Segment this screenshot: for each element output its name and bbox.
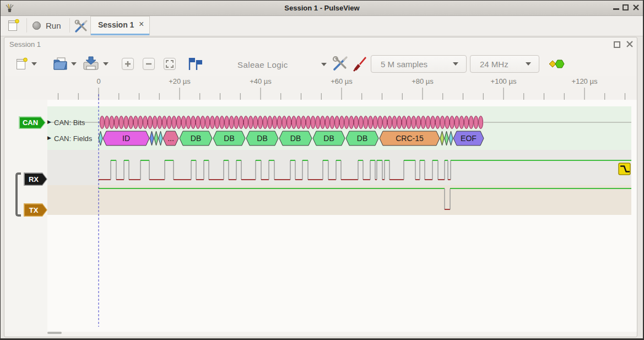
device-name: Saleae Logic xyxy=(237,60,288,69)
expand-arrow-icon[interactable]: ▶ xyxy=(47,119,51,125)
maximize-icon[interactable] xyxy=(623,4,629,10)
configure-device-icon[interactable] xyxy=(332,56,348,72)
fit-view-icon xyxy=(165,60,174,68)
ruler-tick-label: +80 µs xyxy=(412,77,434,85)
sample-rate-value: 24 MHz xyxy=(480,60,508,69)
run-label: Run xyxy=(46,21,61,30)
ruler-tick-label: +100 µs xyxy=(491,77,517,85)
toolbar-separator xyxy=(69,18,70,33)
trigger-falling-edge-badge[interactable] xyxy=(619,163,630,175)
settings-tools-icon[interactable] xyxy=(74,20,88,33)
minus-icon xyxy=(145,60,153,68)
chevron-down-icon xyxy=(453,62,458,66)
chevron-down-icon xyxy=(321,63,327,66)
session-subwindow-title: Session 1 xyxy=(9,40,41,48)
subwindow-maximize-icon[interactable] xyxy=(614,41,620,48)
ruler-tick-label: +60 µs xyxy=(331,77,353,85)
ruler-tick-label: +20 µs xyxy=(169,77,191,85)
ruler-tick-label: 0 xyxy=(96,77,100,85)
sample-count-select[interactable]: 5 M samples xyxy=(371,55,467,73)
device-selector[interactable]: Saleae Logic xyxy=(237,57,327,72)
subwindow-close-icon[interactable] xyxy=(625,40,634,48)
tab-active-indicator xyxy=(91,34,149,35)
minimize-icon[interactable] xyxy=(613,8,619,10)
ruler-tick-label: +40 µs xyxy=(250,77,272,85)
sample-rate-select[interactable]: 24 MHz xyxy=(470,55,539,73)
channel-tag-tx[interactable]: TX xyxy=(24,203,47,217)
add-decoder-icon[interactable] xyxy=(549,58,565,69)
close-icon[interactable] xyxy=(632,4,640,11)
chevron-down-icon xyxy=(526,62,531,66)
ruler-labels: 0+20 µs+40 µs+60 µs+80 µs+100 µs+120 µs xyxy=(1,75,644,87)
window-title: Session 1 - PulseView xyxy=(1,1,643,15)
channel-group-bracket[interactable] xyxy=(15,172,21,217)
channels-probe-icon[interactable] xyxy=(353,56,367,72)
toolbar-separator xyxy=(26,18,27,33)
expand-arrow-icon[interactable]: ▶ xyxy=(47,135,51,141)
save-file-icon[interactable] xyxy=(83,56,99,71)
save-file-dropdown-icon[interactable] xyxy=(103,62,109,66)
plus-icon xyxy=(124,60,132,68)
new-session-icon[interactable] xyxy=(8,19,20,32)
decoder-tag-can[interactable]: CAN xyxy=(19,116,46,129)
run-state-icon xyxy=(33,21,41,30)
zoom-in-button[interactable] xyxy=(122,58,134,70)
zoom-fit-button[interactable] xyxy=(164,58,176,70)
ruler-tick-label: +120 µs xyxy=(572,77,598,85)
channel-tag-tx-label: TX xyxy=(25,204,47,216)
run-button[interactable]: Run xyxy=(29,18,64,34)
tab-close-icon[interactable]: × xyxy=(139,19,144,29)
channel-tag-rx-label: RX xyxy=(25,174,47,185)
new-file-dropdown-icon[interactable] xyxy=(31,62,37,66)
open-file-icon[interactable] xyxy=(53,57,68,71)
decoder-row-label-fields: CAN: Fields xyxy=(54,134,92,143)
open-file-dropdown-icon[interactable] xyxy=(71,62,77,66)
channel-tag-rx[interactable]: RX xyxy=(24,172,47,186)
show-cursors-flags-icon[interactable] xyxy=(188,57,202,71)
sample-count-value: 5 M samples xyxy=(381,60,427,69)
decoder-row-label-bits: CAN: Bits xyxy=(54,118,85,127)
new-file-icon[interactable] xyxy=(16,57,28,71)
decoder-tag-label: CAN xyxy=(20,117,45,128)
tab-label: Session 1 xyxy=(98,20,134,29)
zoom-out-button[interactable] xyxy=(143,58,155,70)
trace-view[interactable] xyxy=(4,75,637,332)
horizontal-scrollbar-handle[interactable] xyxy=(47,332,62,334)
